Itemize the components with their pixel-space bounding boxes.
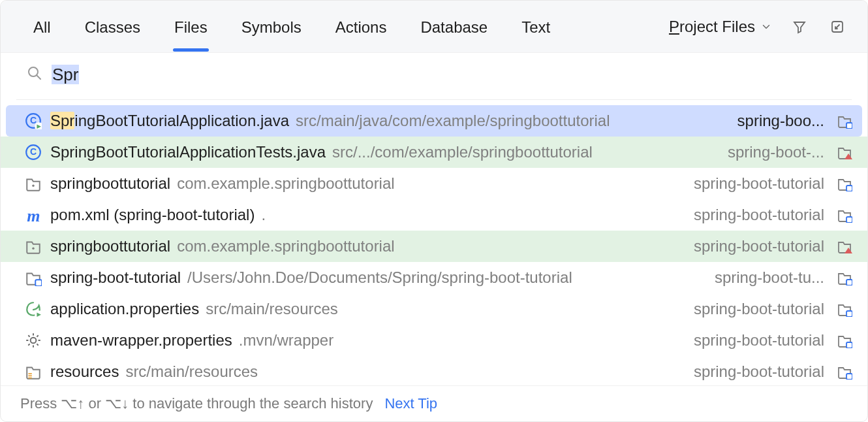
scope-dropdown[interactable]: Project Files <box>669 18 772 36</box>
filter-icon[interactable] <box>789 16 810 37</box>
result-module: spring-boot-tutorial <box>687 363 824 381</box>
search-icon <box>27 65 42 85</box>
result-module: spring-boot-... <box>721 143 824 161</box>
result-name: springboottutorial <box>50 174 170 193</box>
result-main: resourcessrc/main/resources <box>50 363 679 381</box>
result-row[interactable]: SpringBootTutorialApplicationTests.javas… <box>1 137 867 168</box>
tabs: All Classes Files Symbols Actions Databa… <box>33 4 643 50</box>
search-row: Spr <box>1 53 867 97</box>
folder-module-icon <box>836 175 853 192</box>
result-main: SpringBootTutorialApplicationTests.javas… <box>50 143 713 161</box>
scope-mnemonic: P <box>669 18 679 35</box>
result-module: spring-boot-tutorial <box>687 237 824 255</box>
maven-icon <box>24 206 42 224</box>
folder-icon <box>24 174 42 193</box>
result-name: application.properties <box>50 300 199 318</box>
result-path: src/main/java/com/example/springboottuto… <box>296 112 610 130</box>
tab-bar: All Classes Files Symbols Actions Databa… <box>1 1 867 53</box>
result-name: pom.xml (spring-boot-tutorial) <box>50 206 255 224</box>
result-path: src/main/resources <box>206 300 338 318</box>
folder-test-icon <box>836 238 853 255</box>
result-path: . <box>261 206 266 224</box>
result-path: src/.../com/example/springboottutorial <box>332 143 593 161</box>
results-list: SpringBootTutorialApplication.javasrc/ma… <box>1 105 867 385</box>
kbd-prev: ⌥↑ <box>61 395 84 412</box>
result-row[interactable]: springboottutorialcom.example.springboot… <box>1 231 867 262</box>
result-row[interactable]: maven-wrapper.properties.mvn/wrapperspri… <box>1 325 867 356</box>
result-main: springboottutorialcom.example.springboot… <box>50 237 679 255</box>
result-row[interactable]: pom.xml (spring-boot-tutorial).spring-bo… <box>1 199 867 231</box>
result-path: com.example.springboottutorial <box>177 174 395 193</box>
result-name: maven-wrapper.properties <box>50 331 232 349</box>
result-path: .mvn/wrapper <box>239 331 333 349</box>
scope-label: roject Files <box>679 18 755 35</box>
divider <box>16 99 852 100</box>
tab-all[interactable]: All <box>33 4 51 50</box>
result-name: springboottutorial <box>50 237 170 255</box>
tab-classes[interactable]: Classes <box>85 4 140 50</box>
result-module: spring-boo... <box>731 112 824 130</box>
tab-actions[interactable]: Actions <box>335 4 387 50</box>
footer-text: Press ⌥↑ or ⌥↓ to navigate through the s… <box>20 395 373 412</box>
result-name: SpringBootTutorialApplication.java <box>50 112 289 130</box>
chevron-down-icon <box>760 21 772 33</box>
result-module: spring-boot-tutorial <box>687 174 824 193</box>
result-path: /Users/John.Doe/Documents/Spring/spring-… <box>187 268 572 287</box>
tab-bar-right: Project Files <box>669 16 848 37</box>
result-main: spring-boot-tutorial/Users/John.Doe/Docu… <box>50 268 700 287</box>
result-path: com.example.springboottutorial <box>177 237 395 255</box>
folder-resources-icon <box>24 363 42 381</box>
class-icon <box>24 143 42 161</box>
search-query-text: Spr <box>52 65 79 84</box>
result-row[interactable]: resourcessrc/main/resourcesspring-boot-t… <box>1 356 867 385</box>
open-in-tool-window-icon[interactable] <box>827 16 848 37</box>
result-main: springboottutorialcom.example.springboot… <box>50 174 679 193</box>
gear-icon <box>24 331 42 349</box>
result-module: spring-boot-tutorial <box>687 206 824 224</box>
result-module: spring-boot-tutorial <box>687 300 824 318</box>
result-module: spring-boot-tu... <box>708 268 824 287</box>
spring-icon <box>24 300 42 318</box>
result-row[interactable]: application.propertiessrc/main/resources… <box>1 293 867 325</box>
result-name: SpringBootTutorialApplicationTests.java <box>50 143 326 161</box>
result-main: pom.xml (spring-boot-tutorial). <box>50 206 679 224</box>
result-row[interactable]: SpringBootTutorialApplication.javasrc/ma… <box>6 105 862 137</box>
result-main: maven-wrapper.properties.mvn/wrapper <box>50 331 679 349</box>
folder-module-icon <box>836 363 853 380</box>
result-main: application.propertiessrc/main/resources <box>50 300 679 318</box>
folder-icon <box>24 237 42 255</box>
folder-module-icon <box>836 112 853 129</box>
result-name: resources <box>50 363 119 381</box>
tab-symbols[interactable]: Symbols <box>241 4 302 50</box>
result-module: spring-boot-tutorial <box>687 331 824 349</box>
folder-module-icon <box>24 268 42 287</box>
kbd-next: ⌥↓ <box>105 395 129 412</box>
tab-text[interactable]: Text <box>521 4 550 50</box>
folder-module-icon <box>836 300 853 317</box>
folder-module-icon <box>836 269 853 286</box>
search-input[interactable]: Spr <box>52 65 852 85</box>
result-main: SpringBootTutorialApplication.javasrc/ma… <box>50 112 723 130</box>
folder-test-icon <box>836 144 853 161</box>
result-row[interactable]: springboottutorialcom.example.springboot… <box>1 168 867 199</box>
tab-files[interactable]: Files <box>174 4 208 50</box>
result-name: spring-boot-tutorial <box>50 268 181 287</box>
class-run-icon <box>24 112 42 130</box>
next-tip-link[interactable]: Next Tip <box>384 395 437 412</box>
search-everywhere-popup: All Classes Files Symbols Actions Databa… <box>0 0 868 422</box>
folder-module-icon <box>836 332 853 349</box>
tab-database[interactable]: Database <box>420 4 488 50</box>
result-row[interactable]: spring-boot-tutorial/Users/John.Doe/Docu… <box>1 262 867 293</box>
footer-tip: Press ⌥↑ or ⌥↓ to navigate through the s… <box>1 385 867 421</box>
result-path: src/main/resources <box>125 363 258 381</box>
folder-module-icon <box>836 206 853 223</box>
